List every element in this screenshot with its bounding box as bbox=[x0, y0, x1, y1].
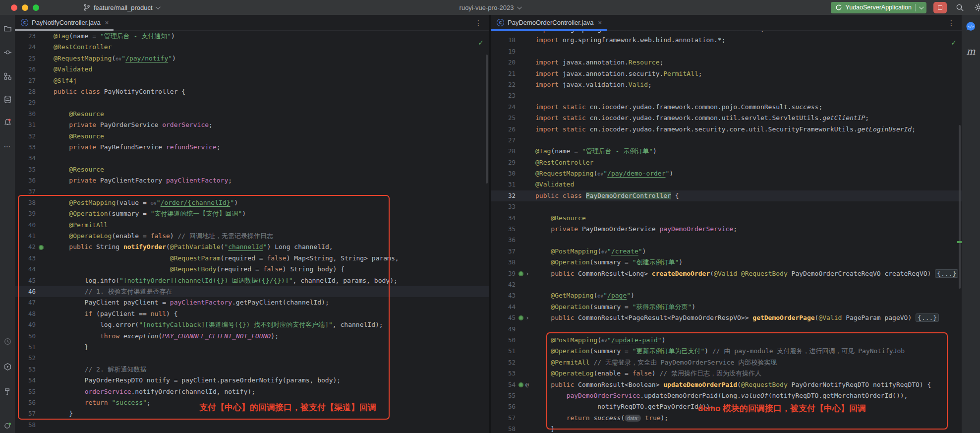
version-control-tool-button[interactable] bbox=[0, 418, 15, 433]
commit-tool-button[interactable] bbox=[0, 45, 15, 60]
code-line[interactable]: 52 bbox=[15, 353, 489, 364]
line-number[interactable]: 42 bbox=[491, 279, 516, 290]
line-number[interactable]: 35 bbox=[491, 224, 516, 235]
database-tool-button[interactable] bbox=[0, 92, 15, 107]
code-line[interactable]: 51 } bbox=[15, 342, 489, 353]
line-number[interactable]: 23 bbox=[15, 31, 36, 42]
code-line[interactable]: 40 @PermitAll bbox=[15, 220, 489, 231]
code-line[interactable]: 21import javax.annotation.security.Permi… bbox=[491, 68, 962, 79]
line-number[interactable]: 27 bbox=[15, 75, 36, 86]
code-line[interactable]: 35 @Resource bbox=[15, 164, 489, 175]
line-number[interactable]: 24 bbox=[491, 102, 516, 113]
line-number[interactable]: 33 bbox=[491, 201, 516, 212]
code-line[interactable]: 32 @Resource bbox=[15, 131, 489, 142]
line-number[interactable]: 53 bbox=[491, 368, 516, 379]
code-line[interactable]: 45 log.info("[notifyOrder][channelId({})… bbox=[15, 275, 489, 286]
line-number[interactable]: 27 bbox=[491, 135, 516, 146]
line-number[interactable]: 59 bbox=[15, 431, 36, 433]
code-line[interactable]: 43 @RequestParam(required = false) Map<S… bbox=[15, 253, 489, 264]
line-number[interactable]: 38 bbox=[491, 257, 516, 268]
line-number[interactable]: 33 bbox=[15, 142, 36, 153]
code-line[interactable]: 53 // 2. 解析通知数据 bbox=[15, 364, 489, 375]
line-number[interactable]: 48 bbox=[15, 309, 36, 319]
code-line[interactable]: 17import org.springframework.validation.… bbox=[491, 31, 962, 35]
line-number[interactable]: 39 bbox=[491, 268, 516, 279]
run-configuration-widget[interactable]: YudaoServerApplication bbox=[831, 2, 926, 13]
line-number[interactable]: 24 bbox=[15, 42, 36, 53]
line-number[interactable]: 30 bbox=[491, 168, 516, 179]
code-line[interactable]: 59 @PostMapping(value = ⊕∨"/refund/{chan… bbox=[15, 431, 489, 433]
code-line[interactable]: 53 @OperateLog(enable = false) // 禁用操作日志… bbox=[491, 368, 962, 379]
code-line[interactable]: 44 @RequestBody(required = false) String… bbox=[15, 264, 489, 275]
code-line[interactable]: 57 return success(data: true); bbox=[491, 413, 962, 424]
settings-button[interactable] bbox=[973, 1, 980, 13]
line-number[interactable]: 37 bbox=[491, 246, 516, 257]
code-line[interactable]: 39 @Operation(summary = "支付渠道的统一【支付】回调") bbox=[15, 208, 489, 219]
spring-bean-icon[interactable] bbox=[519, 271, 523, 276]
line-number[interactable]: 39 bbox=[15, 208, 36, 219]
code-line[interactable]: 50 @PostMapping(⊕∨"/update-paid") bbox=[491, 335, 962, 346]
maven-tool-button[interactable]: m bbox=[962, 44, 980, 59]
line-number[interactable]: 37 bbox=[15, 186, 36, 197]
line-number[interactable]: 41 bbox=[15, 231, 36, 242]
code-line[interactable]: 29@RestController bbox=[491, 157, 962, 168]
line-number[interactable]: 36 bbox=[491, 235, 516, 246]
fold-arrow-icon[interactable]: › bbox=[525, 268, 529, 279]
line-number[interactable]: 54 bbox=[15, 375, 36, 386]
tab-paynotifycontroller[interactable]: C PayNotifyController.java × bbox=[15, 15, 114, 31]
line-number[interactable]: 52 bbox=[15, 353, 36, 364]
line-number[interactable]: 19 bbox=[491, 46, 516, 57]
code-line[interactable]: 23 bbox=[491, 90, 962, 101]
code-line[interactable]: 44 @Operation(summary = "获得示例订单分页") bbox=[491, 302, 962, 312]
code-line[interactable]: 54@ public CommonResult<Boolean> updateD… bbox=[491, 379, 962, 390]
project-tool-button[interactable] bbox=[0, 21, 15, 36]
code-line[interactable]: 27@Slf4j bbox=[15, 75, 489, 86]
more-vertical-icon[interactable]: ⋮ bbox=[948, 19, 955, 27]
project-widget[interactable]: ruoyi-vue-pro-2023 bbox=[460, 4, 521, 11]
line-number[interactable]: 54 bbox=[491, 379, 516, 390]
line-number[interactable]: 28 bbox=[491, 146, 516, 157]
line-number[interactable]: 50 bbox=[15, 331, 36, 342]
code-line[interactable]: 33 bbox=[491, 201, 962, 212]
line-number[interactable]: 32 bbox=[491, 190, 516, 201]
tab-paydemoordercontroller[interactable]: C PayDemoOrderController.java × bbox=[491, 15, 607, 31]
line-number[interactable]: 25 bbox=[15, 53, 36, 64]
line-number[interactable]: 57 bbox=[491, 413, 516, 424]
line-number[interactable]: 23 bbox=[491, 90, 516, 101]
code-line[interactable]: 37 bbox=[15, 186, 489, 197]
code-line[interactable]: 32public class PayDemoOrderController { bbox=[491, 190, 962, 201]
line-number[interactable]: 25 bbox=[491, 113, 516, 124]
code-line[interactable]: 58 bbox=[15, 420, 489, 431]
inspections-ok-icon[interactable]: ✓ bbox=[478, 39, 484, 47]
code-line[interactable]: 49 bbox=[491, 324, 962, 335]
line-number[interactable]: 17 bbox=[491, 31, 516, 35]
scrollbar-thumb[interactable] bbox=[959, 125, 961, 289]
code-line[interactable]: 42 public String notifyOrder(@PathVariab… bbox=[15, 242, 489, 252]
code-line[interactable]: 34 bbox=[15, 153, 489, 164]
line-number[interactable]: 31 bbox=[491, 179, 516, 190]
code-line[interactable]: 25import static cn.iocoder.yudao.framewo… bbox=[491, 113, 962, 124]
line-number[interactable]: 49 bbox=[15, 319, 36, 330]
line-number[interactable]: 57 bbox=[15, 408, 36, 419]
code-line[interactable]: 37 @PostMapping(⊕∨"/create") bbox=[491, 246, 962, 257]
minimize-window-button[interactable] bbox=[22, 4, 28, 11]
close-icon[interactable]: × bbox=[598, 19, 602, 26]
code-line[interactable]: 46 // 1. 校验支付渠道是否存在 bbox=[15, 286, 489, 297]
code-line[interactable]: 51 @Operation(summary = "更新示例订单为已支付") //… bbox=[491, 346, 962, 357]
build-tool-button[interactable] bbox=[0, 384, 15, 399]
line-number[interactable]: 21 bbox=[491, 68, 516, 79]
code-line[interactable]: 55 payDemoOrderService.updateDemoOrderPa… bbox=[491, 390, 962, 401]
line-number[interactable]: 45 bbox=[15, 275, 36, 286]
fold-arrow-icon[interactable]: › bbox=[525, 312, 529, 323]
code-line[interactable]: 25@RequestMapping(⊕∨"/pay/notify") bbox=[15, 53, 489, 64]
code-line[interactable]: 39› public CommonResult<Long> createDemo… bbox=[491, 268, 962, 279]
stop-button[interactable] bbox=[933, 2, 947, 13]
code-line[interactable]: 36 bbox=[491, 235, 962, 246]
line-number[interactable]: 31 bbox=[15, 120, 36, 130]
maximize-window-button[interactable] bbox=[33, 4, 39, 11]
code-line[interactable]: 54 PayOrderRespDTO notify = payClient.pa… bbox=[15, 375, 489, 386]
code-line[interactable]: 18import org.springframework.web.bind.an… bbox=[491, 35, 962, 46]
line-number[interactable]: 58 bbox=[491, 424, 516, 433]
code-line[interactable]: 22import javax.validation.Valid; bbox=[491, 79, 962, 90]
line-number[interactable]: 46 bbox=[15, 286, 36, 297]
